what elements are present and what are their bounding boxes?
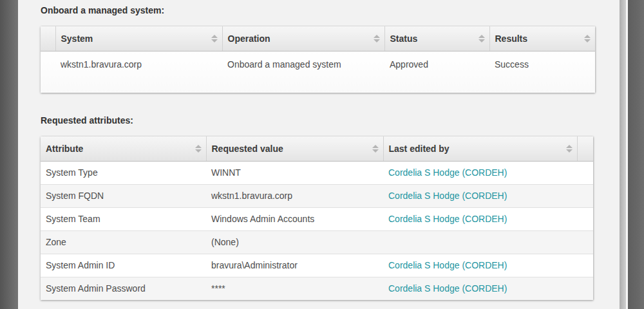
sort-icon: [584, 35, 591, 42]
last-edited-by-cell: Cordelia S Hodge (CORDEH): [383, 184, 577, 207]
attributes-table: Attribute Requested value Last edited by…: [41, 136, 593, 300]
sort-icon: [374, 35, 380, 42]
attribute-cell: System Admin Password: [41, 277, 206, 300]
attribute-cell: System Type: [41, 161, 206, 184]
spacer-cell: [577, 184, 593, 207]
table-row: wkstn1.bravura.corp Onboard a managed sy…: [41, 51, 595, 93]
status-cell: Approved: [384, 51, 489, 93]
request-table-header-row: System Operation Status Results: [41, 26, 595, 51]
main-content: Onboard a managed system: System Operati…: [18, 0, 620, 309]
column-header-status[interactable]: Status: [384, 26, 489, 51]
column-header-operation[interactable]: Operation: [222, 26, 384, 51]
column-header-label: Results: [495, 33, 528, 44]
request-section-title: Onboard a managed system:: [41, 5, 620, 15]
last-edited-by-cell: Cordelia S Hodge (CORDEH): [383, 207, 577, 230]
system-cell: wkstn1.bravura.corp: [55, 51, 222, 93]
sort-icon: [211, 35, 218, 42]
window-edge-right: [628, 0, 644, 309]
user-profile-link[interactable]: Cordelia S Hodge (CORDEH): [388, 191, 507, 201]
spacer-cell: [577, 277, 593, 300]
value-cell: (None): [206, 230, 383, 254]
last-edited-by-cell: Cordelia S Hodge (CORDEH): [383, 277, 577, 300]
last-edited-by-cell: [383, 230, 577, 254]
row-selector-cell: [41, 51, 55, 93]
results-cell: Success: [489, 51, 595, 93]
column-header-results[interactable]: Results: [489, 26, 595, 51]
table-row: System Admin Password **** Cordelia S Ho…: [41, 277, 593, 300]
column-header-system[interactable]: System: [55, 26, 222, 51]
column-header-spacer: [577, 136, 593, 161]
attribute-cell: System Admin ID: [41, 254, 206, 277]
table-row: System Admin ID bravura\Administrator Co…: [41, 254, 593, 277]
value-cell: ****: [206, 277, 383, 300]
last-edited-by-cell: Cordelia S Hodge (CORDEH): [383, 254, 577, 277]
sort-icon: [195, 145, 202, 153]
column-header-label: Status: [390, 33, 418, 44]
column-header-attribute[interactable]: Attribute: [41, 136, 206, 161]
column-header-label: Operation: [228, 33, 270, 44]
sort-icon: [566, 145, 573, 153]
last-edited-by-cell: Cordelia S Hodge (CORDEH): [383, 161, 577, 184]
table-row: Zone (None): [41, 230, 593, 254]
user-profile-link[interactable]: Cordelia S Hodge (CORDEH): [388, 167, 507, 178]
table-row: System Team Windows Admin Accounts Corde…: [41, 207, 593, 230]
column-header-label: System: [61, 33, 93, 44]
spacer-cell: [577, 207, 593, 230]
user-profile-link[interactable]: Cordelia S Hodge (CORDEH): [388, 260, 507, 270]
value-cell: wkstn1.bravura.corp: [206, 184, 383, 207]
sort-icon: [372, 145, 379, 153]
attributes-section-title: Requested attributes:: [41, 115, 620, 126]
user-profile-link[interactable]: Cordelia S Hodge (CORDEH): [388, 214, 507, 224]
window-edge-left: [0, 0, 18, 309]
table-row: System Type WINNT Cordelia S Hodge (CORD…: [41, 161, 593, 184]
value-cell: Windows Admin Accounts: [206, 207, 383, 230]
column-header-last-edited-by[interactable]: Last edited by: [383, 136, 577, 161]
value-cell: WINNT: [206, 161, 383, 184]
operation-cell: Onboard a managed system: [222, 51, 384, 93]
user-profile-link[interactable]: Cordelia S Hodge (CORDEH): [388, 283, 507, 294]
attribute-cell: System FQDN: [41, 184, 206, 207]
request-table: System Operation Status Results: [41, 26, 595, 93]
column-header-requested-value[interactable]: Requested value: [206, 136, 383, 161]
column-header-label: Last edited by: [389, 144, 450, 154]
column-header-label: Requested value: [212, 144, 283, 154]
value-cell: bravura\Administrator: [206, 254, 383, 277]
scrollbar[interactable]: [620, 0, 626, 309]
attribute-cell: System Team: [41, 207, 206, 230]
spacer-cell: [577, 161, 593, 184]
attribute-cell: Zone: [41, 230, 206, 254]
spacer-cell: [577, 230, 593, 254]
column-header-label: Attribute: [46, 144, 83, 154]
attributes-table-header-row: Attribute Requested value Last edited by: [41, 136, 593, 161]
column-header-selector: [41, 26, 55, 51]
table-row: System FQDN wkstn1.bravura.corp Cordelia…: [41, 184, 593, 207]
sort-icon: [478, 35, 485, 42]
spacer-cell: [577, 254, 593, 277]
